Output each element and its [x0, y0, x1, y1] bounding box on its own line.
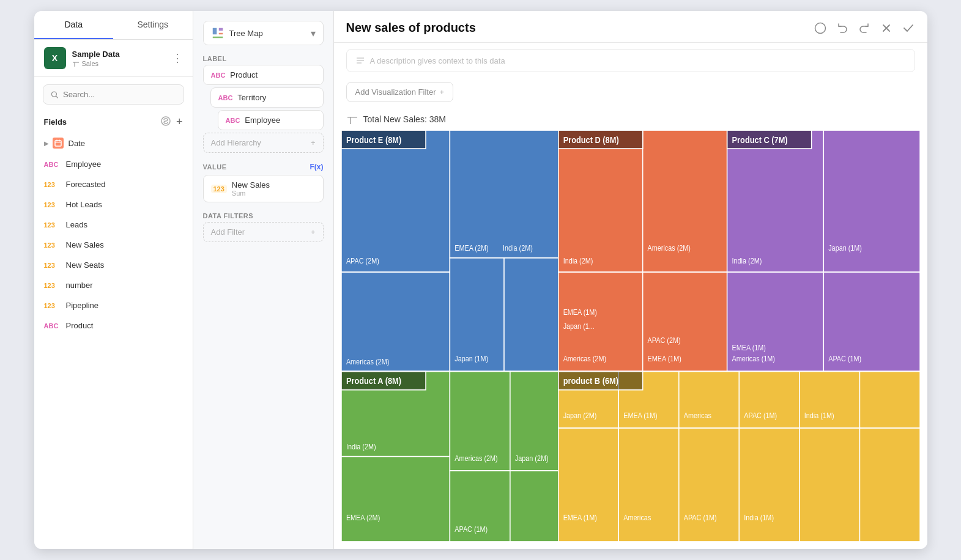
field-item-newsales[interactable]: 123 New Sales: [34, 235, 193, 255]
abc-badge: ABC: [226, 117, 240, 124]
undo-icon[interactable]: [836, 21, 849, 35]
stats-row: Total New Sales: 38M: [334, 108, 927, 130]
svg-text:APAC (1M): APAC (1M): [455, 525, 488, 534]
filter-row: Add Visualization Filter +: [334, 78, 927, 108]
svg-rect-0: [73, 61, 79, 67]
abc-badge: ABC: [211, 72, 226, 79]
svg-text:?: ?: [818, 24, 822, 33]
svg-rect-6: [55, 141, 61, 146]
search-icon: [51, 90, 59, 99]
svg-text:Americas (2M): Americas (2M): [346, 357, 388, 366]
field-item-employee[interactable]: ABC Employee: [34, 154, 193, 174]
excel-icon: X: [44, 47, 66, 69]
field-name-pipeline: Pipepline: [66, 301, 99, 310]
svg-rect-84: [618, 428, 679, 542]
add-hierarchy-button[interactable]: Add Hierarchy +: [203, 133, 324, 153]
label-item-product-name: Product: [230, 70, 315, 79]
app-container: Data Settings X Sample Data Sales ⋮ Fiel…: [34, 11, 927, 549]
label-item-employee[interactable]: ABC Employee: [218, 110, 324, 130]
svg-rect-13: [212, 36, 223, 39]
field-type-num: 123: [44, 181, 61, 188]
label-item-territory[interactable]: ABC Territory: [210, 87, 324, 108]
description-icon: [355, 56, 365, 65]
field-name-newseats: New Seats: [66, 260, 105, 270]
svg-text:APAC (1M): APAC (1M): [828, 354, 861, 363]
field-item-pipeline[interactable]: 123 Pipepline: [34, 295, 193, 315]
close-icon[interactable]: [880, 21, 893, 35]
chart-type-selector[interactable]: Tree Map ▾: [203, 21, 324, 45]
label-section: LABEL ABC Product ABC Territory ABC Empl…: [203, 55, 324, 153]
svg-rect-69: [510, 471, 558, 542]
field-item-product[interactable]: ABC Product: [34, 315, 193, 336]
svg-rect-14: [793, 23, 797, 27]
field-item-hotleads[interactable]: 123 Hot Leads: [34, 194, 193, 215]
field-name-employee: Employee: [66, 160, 102, 169]
more-options-icon[interactable]: ⋮: [172, 51, 183, 65]
filter-section: DATA FILTERS Add Filter +: [203, 212, 324, 242]
description-input[interactable]: A description gives context to this data: [346, 49, 915, 72]
svg-text:India (2M): India (2M): [503, 243, 533, 252]
field-item-leads[interactable]: 123 Leads: [34, 215, 193, 235]
field-list: ▶ Date ABC Employee 123 Forecasted 123 H…: [34, 132, 193, 549]
value-item-newsales[interactable]: 123 New Sales Sum: [203, 175, 324, 202]
search-input[interactable]: [63, 90, 176, 99]
brain-icon[interactable]: [160, 116, 171, 127]
tab-settings[interactable]: Settings: [113, 11, 193, 39]
header-icons: ?: [792, 21, 915, 35]
chart-type-chevron: ▾: [311, 28, 316, 39]
svg-rect-12: [218, 32, 223, 35]
field-item-number[interactable]: 123 number: [34, 275, 193, 295]
treemap-icon: [211, 26, 224, 40]
svg-text:EMEA (1M): EMEA (1M): [647, 354, 681, 363]
svg-text:India (1M): India (1M): [744, 513, 774, 522]
svg-text:Japan (1M): Japan (1M): [455, 354, 488, 363]
field-name-newsales: New Sales: [66, 240, 104, 249]
add-filter-button[interactable]: Add Filter +: [203, 222, 324, 242]
svg-rect-11: [218, 28, 223, 31]
right-header: New sales of products ?: [334, 11, 927, 43]
svg-text:EMEA (1M): EMEA (1M): [563, 513, 596, 522]
value-sub: Sum: [232, 190, 316, 197]
value-section-title: VALUE: [203, 163, 310, 171]
svg-rect-10: [212, 28, 217, 35]
label-item-product[interactable]: ABC Product: [203, 65, 324, 85]
abc-badge: ABC: [218, 94, 233, 101]
add-hierarchy-label: Add Hierarchy: [211, 138, 261, 147]
add-filter-icon: +: [311, 227, 316, 237]
add-viz-filter-button[interactable]: Add Visualization Filter +: [346, 82, 454, 102]
add-field-icon[interactable]: +: [176, 116, 183, 128]
svg-rect-88: [859, 428, 920, 542]
confirm-icon[interactable]: [902, 21, 915, 35]
date-icon: [53, 138, 64, 149]
label-item-territory-name: Territory: [237, 93, 315, 102]
redo-icon[interactable]: [858, 21, 871, 35]
svg-text:Americas: Americas: [623, 513, 651, 522]
svg-rect-30: [450, 130, 558, 258]
tab-data[interactable]: Data: [34, 11, 114, 39]
field-name-date: Date: [69, 139, 85, 148]
svg-text:Japan (1...: Japan (1...: [563, 322, 594, 331]
chart-title: New sales of products: [346, 21, 792, 35]
value-section: VALUE F(x) 123 New Sales Sum: [203, 163, 324, 202]
field-name-product: Product: [66, 321, 94, 330]
svg-rect-65: [341, 457, 450, 542]
label-item-employee-name: Employee: [245, 116, 315, 125]
field-name-number: number: [66, 281, 93, 290]
search-box: [43, 84, 184, 105]
field-item-newseats[interactable]: 123 New Seats: [34, 255, 193, 275]
field-item-date[interactable]: ▶ Date: [34, 132, 193, 154]
svg-text:Americas (1M): Americas (1M): [732, 354, 774, 363]
fields-header: Fields +: [34, 112, 193, 132]
svg-rect-25: [347, 114, 357, 124]
svg-text:India (2M): India (2M): [563, 256, 593, 265]
value-info: New Sales Sum: [232, 180, 316, 197]
value-badge: 123: [211, 185, 227, 193]
svg-text:India (2M): India (2M): [732, 256, 762, 265]
svg-text:Americas (2M): Americas (2M): [647, 243, 690, 252]
add-viz-filter-icon: +: [440, 87, 445, 97]
help-icon[interactable]: ?: [814, 21, 827, 35]
svg-rect-82: [859, 372, 920, 429]
grid-icon[interactable]: [792, 21, 805, 35]
fx-button[interactable]: F(x): [310, 163, 324, 171]
field-item-forecasted[interactable]: 123 Forecasted: [34, 174, 193, 194]
